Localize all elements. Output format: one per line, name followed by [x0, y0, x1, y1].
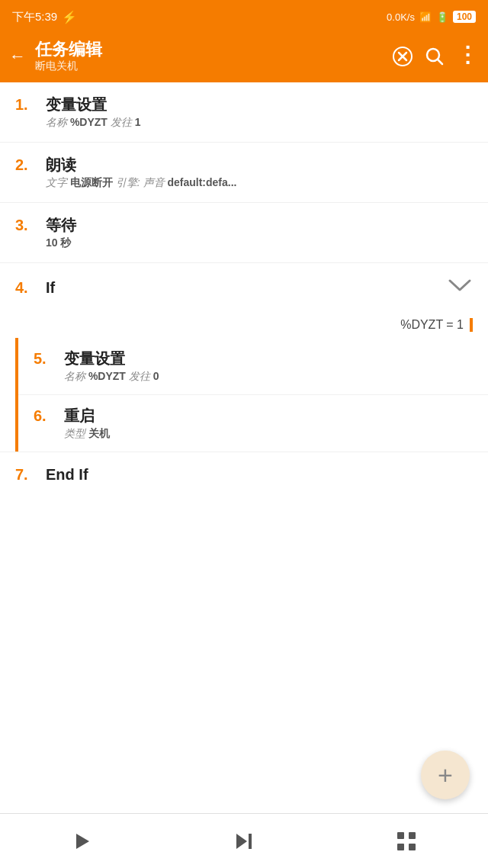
task-number: 3. [15, 215, 37, 235]
if-block: 4. If %DYZT = 1 5. 变量设置 名称 %DYZT 发往 0 [0, 263, 488, 497]
app-bar-left: ← [9, 47, 26, 66]
svg-rect-7 [249, 834, 252, 849]
if-children: 5. 变量设置 名称 %DYZT 发往 0 6. 重启 类型 关机 [15, 338, 488, 452]
end-if-row[interactable]: 7. End If [0, 452, 488, 497]
task-detail: 名称 %DYZT 发往 0 [64, 370, 473, 384]
network-speed: 0.0K/s [387, 11, 415, 23]
task-name: End If [46, 465, 88, 484]
task-content: 重启 类型 关机 [64, 406, 473, 441]
task-name: If [46, 278, 55, 297]
if-header[interactable]: 4. If [0, 263, 488, 312]
if-header-left: 4. If [15, 278, 55, 297]
status-right: 0.0K/s 📶 🔋 100 [387, 11, 476, 23]
task-number: 7. [15, 465, 37, 484]
fab-button[interactable]: + [421, 751, 470, 799]
more-options-button[interactable]: ⋮ [457, 42, 479, 67]
time-display: 下午5:39 [12, 10, 57, 24]
wifi-icon: 📶 [419, 11, 432, 23]
task-content: 变量设置 名称 %DYZT 发往 0 [64, 349, 473, 384]
if-condition-bar: %DYZT = 1 [0, 312, 488, 338]
task-name: 重启 [64, 406, 473, 426]
list-item[interactable]: 1. 变量设置 名称 %DYZT 发往 1 [0, 82, 488, 143]
step-forward-button[interactable] [233, 830, 255, 853]
svg-rect-8 [397, 832, 404, 839]
app-bar-center: 任务编辑 断电关机 [26, 40, 393, 73]
task-detail: 文字 电源断开 引擎: 声音 default:defa... [46, 176, 473, 190]
list-item[interactable]: 6. 重启 类型 关机 [18, 395, 488, 452]
app-bar: ← 任务编辑 断电关机 ⋮ [0, 34, 488, 82]
if-condition: %DYZT = 1 [400, 318, 473, 332]
svg-marker-6 [236, 834, 247, 849]
lightning-icon: ⚡ [62, 10, 77, 24]
list-item[interactable]: 5. 变量设置 名称 %DYZT 发往 0 [18, 338, 488, 395]
bottom-bar [0, 813, 488, 868]
play-button[interactable] [70, 830, 93, 853]
task-name: 朗读 [46, 155, 473, 175]
svg-rect-11 [409, 844, 416, 850]
battery-level: 100 [453, 11, 476, 23]
task-number: 2. [15, 155, 37, 175]
task-number: 4. [15, 278, 37, 297]
task-name: 变量设置 [46, 95, 473, 114]
task-content: 等待 10 秒 [46, 215, 473, 250]
svg-marker-5 [76, 834, 89, 849]
close-button[interactable] [393, 47, 413, 66]
status-left: 下午5:39 ⚡ [12, 10, 77, 24]
task-content: 变量设置 名称 %DYZT 发往 1 [46, 95, 473, 130]
status-bar: 下午5:39 ⚡ 0.0K/s 📶 🔋 100 [0, 0, 488, 34]
charging-icon: 🔋 [436, 11, 448, 23]
back-button[interactable]: ← [9, 47, 26, 66]
search-button[interactable] [425, 47, 445, 66]
task-name: 等待 [46, 215, 473, 235]
task-number: 6. [34, 406, 55, 426]
list-item[interactable]: 2. 朗读 文字 电源断开 引擎: 声音 default:defa... [0, 143, 488, 203]
task-content: 朗读 文字 电源断开 引擎: 声音 default:defa... [46, 155, 473, 190]
grid-menu-button[interactable] [395, 830, 418, 853]
chevron-down-icon[interactable] [447, 275, 473, 300]
svg-rect-10 [397, 844, 404, 850]
task-number: 5. [34, 349, 55, 368]
page-subtitle: 断电关机 [35, 59, 393, 73]
task-number: 1. [15, 95, 37, 114]
page-title: 任务编辑 [35, 40, 393, 59]
app-bar-actions: ⋮ [393, 42, 479, 72]
task-name: 变量设置 [64, 349, 473, 368]
svg-rect-9 [409, 832, 416, 839]
svg-line-4 [438, 59, 442, 64]
task-detail: 10 秒 [46, 236, 473, 250]
list-item[interactable]: 3. 等待 10 秒 [0, 203, 488, 263]
add-icon: + [438, 762, 453, 788]
task-detail: 类型 关机 [64, 427, 473, 441]
task-list: 1. 变量设置 名称 %DYZT 发往 1 2. 朗读 文字 电源断开 引擎: … [0, 82, 488, 573]
task-detail: 名称 %DYZT 发往 1 [46, 116, 473, 130]
